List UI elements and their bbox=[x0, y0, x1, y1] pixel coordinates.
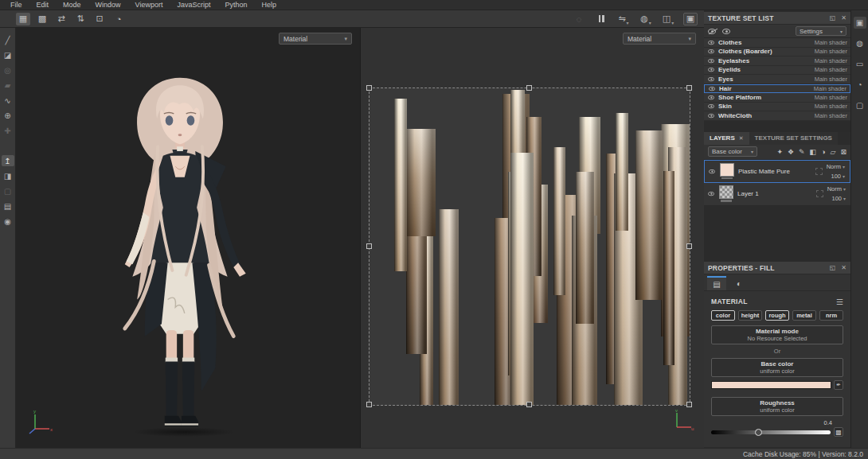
paint-brush-icon[interactable]: ╱ bbox=[2, 34, 14, 45]
layer-thumbnail[interactable] bbox=[720, 163, 734, 177]
texture-set-row[interactable]: EyelidsMain shader bbox=[704, 66, 850, 76]
bake-icon[interactable]: ◌ bbox=[572, 13, 586, 25]
texture-set-row[interactable]: Shoe PlatformMain shader bbox=[704, 93, 850, 103]
tab-texture-set-settings[interactable]: TEXTURE SET SETTINGS bbox=[749, 132, 838, 145]
toggle-all-visibility-icon[interactable] bbox=[708, 29, 716, 34]
close-icon[interactable] bbox=[841, 14, 846, 21]
visibility-eye-icon[interactable] bbox=[708, 49, 714, 53]
selection-handle[interactable] bbox=[366, 85, 372, 91]
screenshot-dock-icon[interactable]: ▣ bbox=[854, 17, 866, 29]
visibility-eye-icon[interactable] bbox=[722, 29, 730, 34]
uv-grid-icon[interactable]: ▦ bbox=[16, 13, 30, 25]
image-document-icon[interactable]: ▤ bbox=[2, 200, 14, 212]
history-icon[interactable]: ◔ bbox=[111, 13, 126, 25]
tab-sphere-preview[interactable]: ◐ bbox=[729, 276, 749, 290]
shader-sphere-icon[interactable]: ◍▾ bbox=[639, 13, 653, 25]
wand-icon[interactable]: ✦ bbox=[776, 148, 783, 156]
texture-set-row[interactable]: WhiteClothMain shader bbox=[704, 111, 850, 121]
layer-visibility-eye-icon[interactable] bbox=[708, 192, 714, 196]
menu-viewport[interactable]: Viewport bbox=[128, 1, 170, 9]
viewport-3d[interactable]: Material ▾ y x bbox=[16, 28, 361, 448]
smudge-icon[interactable]: ∿ bbox=[2, 95, 14, 106]
polygon-fill-icon[interactable]: ▰ bbox=[2, 80, 14, 91]
texture-set-settings-dropdown[interactable]: Settings ▾ bbox=[796, 26, 846, 36]
opacity-dropdown[interactable]: 100▾ bbox=[831, 173, 845, 180]
visibility-eye-icon[interactable] bbox=[708, 77, 714, 81]
visibility-eye-icon[interactable] bbox=[708, 59, 714, 63]
menu-help[interactable]: Help bbox=[254, 1, 283, 9]
visibility-eye-icon[interactable] bbox=[708, 114, 714, 118]
texture-set-row[interactable]: SkinMain shader bbox=[704, 103, 850, 112]
menu-python[interactable]: Python bbox=[217, 1, 254, 9]
selection-handle[interactable] bbox=[526, 85, 532, 91]
visibility-eye-icon[interactable] bbox=[709, 87, 715, 91]
menu-window[interactable]: Window bbox=[88, 1, 128, 9]
effect-stack-icon[interactable]: ❖ bbox=[788, 148, 794, 156]
menu-edit[interactable]: Edit bbox=[29, 1, 57, 9]
tab-material-properties[interactable]: ▤ bbox=[707, 276, 726, 290]
material-picker-icon[interactable]: ✚ bbox=[2, 125, 14, 136]
mask-icon[interactable]: ◑ bbox=[821, 148, 825, 156]
material-mode-button[interactable]: Material mode No Resource Selected bbox=[711, 325, 843, 344]
shading-mode-dropdown-3d[interactable]: Material ▾ bbox=[279, 33, 352, 45]
blend-mode-dropdown[interactable]: Norm▾ bbox=[827, 185, 846, 193]
undock-icon[interactable] bbox=[830, 14, 836, 21]
channel-button-color[interactable]: color bbox=[711, 310, 735, 321]
focus-frame-icon[interactable]: ⊡ bbox=[92, 13, 107, 25]
layer-row[interactable]: Layer 1Norm▾100▾ bbox=[704, 183, 850, 206]
base-color-swatch[interactable] bbox=[711, 381, 831, 389]
visibility-eye-icon[interactable] bbox=[708, 68, 714, 72]
screenshot-icon[interactable]: ▣ bbox=[683, 13, 698, 25]
uv-selection-frame[interactable] bbox=[369, 88, 690, 406]
channel-button-nrm[interactable]: nrm bbox=[819, 310, 843, 321]
frame-icon[interactable]: ▢ bbox=[2, 185, 14, 196]
roughness-button[interactable]: Roughness uniform color bbox=[711, 397, 843, 416]
trash-icon[interactable]: ⊠ bbox=[840, 148, 846, 156]
shelf-icon[interactable]: ▭ bbox=[854, 58, 866, 70]
opacity-dropdown[interactable]: 100▾ bbox=[831, 195, 846, 202]
layer-row[interactable]: Plastic Matte PureNorm▾100▾ bbox=[704, 160, 850, 183]
character-model[interactable] bbox=[80, 66, 280, 437]
selection-handle[interactable] bbox=[366, 402, 372, 407]
close-icon[interactable]: ✕ bbox=[739, 135, 744, 142]
viewport-2d[interactable]: Material ▾ v u bbox=[361, 28, 704, 448]
shading-mode-dropdown-2d[interactable]: Material ▾ bbox=[623, 33, 696, 45]
menu-mode[interactable]: Mode bbox=[56, 1, 88, 9]
visibility-eye-icon[interactable] bbox=[708, 95, 714, 99]
mask-eye-icon[interactable]: ◉ bbox=[2, 216, 14, 227]
layer-visibility-eye-icon[interactable] bbox=[709, 169, 715, 173]
mirror-view-icon[interactable]: ⇋▾ bbox=[616, 13, 631, 25]
slider-options-icon[interactable]: ▩ bbox=[834, 427, 843, 437]
selection-handle[interactable] bbox=[686, 85, 692, 91]
display-sphere-icon[interactable]: ◍ bbox=[854, 37, 866, 49]
projection-icon[interactable]: ◎ bbox=[2, 64, 14, 76]
camera-icon[interactable]: ◫▾ bbox=[661, 13, 675, 25]
history-dock-icon[interactable]: ◔ bbox=[854, 79, 866, 91]
hamburger-menu-icon[interactable]: ☰ bbox=[836, 298, 843, 306]
menu-file[interactable]: File bbox=[3, 1, 29, 9]
texture-set-row[interactable]: HairMain shader bbox=[704, 84, 850, 94]
menu-javascript[interactable]: JavaScript bbox=[170, 1, 217, 9]
texture-set-row[interactable]: Clothes (Boarder)Main shader bbox=[704, 48, 850, 57]
clone-stamp-icon[interactable]: ⊕ bbox=[2, 110, 14, 121]
paint-bucket-icon[interactable]: ◧ bbox=[810, 148, 817, 156]
eraser-icon[interactable]: ◪ bbox=[2, 49, 14, 60]
blend-mode-dropdown[interactable]: Norm▾ bbox=[827, 163, 845, 170]
decal-icon[interactable]: ◨ bbox=[2, 170, 14, 181]
texture-set-row[interactable]: ClothesMain shader bbox=[704, 38, 850, 48]
pause-engine-icon[interactable] bbox=[594, 13, 608, 25]
texture-set-row[interactable]: EyesMain shader bbox=[704, 75, 850, 84]
selection-handle[interactable] bbox=[686, 243, 692, 249]
pen-icon[interactable]: ✎ bbox=[799, 148, 805, 156]
tiling-grid-icon[interactable]: ▩ bbox=[35, 13, 49, 25]
texture-frame-icon[interactable]: ▢ bbox=[854, 99, 866, 111]
color-picker-icon[interactable]: ✒ bbox=[834, 380, 843, 390]
visibility-eye-icon[interactable] bbox=[708, 41, 714, 45]
selection-handle[interactable] bbox=[526, 402, 532, 407]
layer-mask-slot[interactable] bbox=[815, 168, 823, 175]
roughness-slider[interactable] bbox=[711, 430, 831, 434]
texture-set-row[interactable]: EyelashesMain shader bbox=[704, 56, 850, 66]
export-resource-icon[interactable]: ↥ bbox=[2, 155, 14, 166]
selection-handle[interactable] bbox=[366, 243, 372, 249]
symmetry-x-icon[interactable]: ⇄ bbox=[54, 13, 68, 25]
